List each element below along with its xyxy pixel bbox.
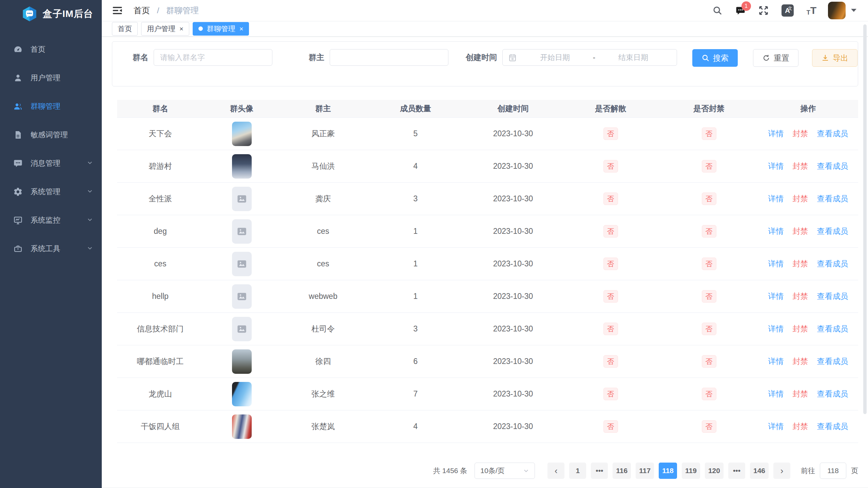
create-time-cell: 2023-10-30: [465, 422, 561, 431]
pager-page-119[interactable]: 119: [682, 463, 700, 479]
dissolved-badge: 否: [603, 160, 618, 172]
messages-icon[interactable]: 1: [735, 5, 746, 16]
view-members-link[interactable]: 查看成员: [817, 194, 848, 204]
group-avatar[interactable]: [232, 349, 252, 374]
group-avatar[interactable]: [232, 122, 252, 146]
users-icon: [13, 101, 23, 111]
column-header: 群名: [117, 103, 204, 114]
sidebar-item-message-management[interactable]: 消息管理: [0, 149, 102, 178]
detail-link[interactable]: 详情: [768, 128, 784, 139]
ban-link[interactable]: 封禁: [793, 291, 808, 302]
detail-link[interactable]: 详情: [768, 324, 784, 334]
close-icon[interactable]: ×: [179, 25, 184, 32]
pager-prev-button[interactable]: ‹: [547, 463, 564, 479]
banned-cell: 否: [660, 388, 758, 400]
caret-down-icon[interactable]: [851, 9, 856, 12]
goto-page-input[interactable]: [820, 463, 846, 479]
sidebar-item-system-management[interactable]: 系统管理: [0, 178, 102, 206]
group-name-input[interactable]: [154, 49, 272, 66]
column-header: 群主: [280, 103, 366, 114]
ban-link[interactable]: 封禁: [793, 128, 808, 139]
tab-home[interactable]: 首页: [112, 22, 138, 36]
breadcrumb-home[interactable]: 首页: [134, 6, 150, 15]
detail-link[interactable]: 详情: [768, 226, 784, 237]
sidebar-menu: 首页 用户管理 群聊管理 敏感词管理: [0, 35, 102, 263]
detail-link[interactable]: 详情: [768, 161, 784, 171]
group-avatar-cell: [204, 187, 280, 211]
ban-link[interactable]: 封禁: [793, 259, 808, 269]
group-name-cell: 信息技术部门: [117, 324, 204, 334]
ban-link[interactable]: 封禁: [793, 194, 808, 204]
view-members-link[interactable]: 查看成员: [817, 128, 848, 139]
group-avatar[interactable]: [232, 317, 252, 341]
dissolved-cell: 否: [561, 225, 660, 238]
view-members-link[interactable]: 查看成员: [817, 421, 848, 432]
tab-group-chat-management[interactable]: 群聊管理 ×: [193, 22, 249, 36]
group-avatar[interactable]: [232, 414, 252, 439]
detail-link[interactable]: 详情: [768, 259, 784, 269]
group-avatar[interactable]: [232, 187, 252, 211]
ban-link[interactable]: 封禁: [793, 421, 808, 432]
group-avatar[interactable]: [232, 219, 252, 244]
sidebar-item-group-chat-management[interactable]: 群聊管理: [0, 92, 102, 121]
sidebar-item-system-monitor[interactable]: 系统监控: [0, 206, 102, 235]
sidebar-item-user-management[interactable]: 用户管理: [0, 64, 102, 92]
group-owner-cell: 杜司令: [280, 324, 366, 334]
view-members-link[interactable]: 查看成员: [817, 356, 848, 367]
detail-link[interactable]: 详情: [768, 291, 784, 302]
date-range-picker[interactable]: 开始日期 - 结束日期: [502, 49, 677, 66]
group-avatar[interactable]: [232, 284, 252, 309]
view-members-link[interactable]: 查看成员: [817, 291, 848, 302]
search-icon[interactable]: [712, 5, 722, 16]
sidebar-toggle-icon[interactable]: [112, 5, 123, 16]
detail-link[interactable]: 详情: [768, 356, 784, 367]
image-placeholder-icon: [236, 226, 247, 237]
ban-link[interactable]: 封禁: [793, 324, 808, 334]
pager-page-117[interactable]: 117: [636, 463, 654, 479]
reset-button[interactable]: 重置: [753, 49, 798, 67]
view-members-link[interactable]: 查看成员: [817, 161, 848, 171]
fullscreen-icon[interactable]: [758, 5, 769, 16]
detail-link[interactable]: 详情: [768, 194, 784, 204]
group-owner-input[interactable]: [330, 49, 448, 66]
breadcrumb-current: 群聊管理: [166, 6, 199, 15]
pager-page-120[interactable]: 120: [705, 463, 724, 479]
ban-link[interactable]: 封禁: [793, 389, 808, 399]
ban-link[interactable]: 封禁: [793, 226, 808, 237]
group-avatar[interactable]: [232, 382, 252, 406]
pager-page-118[interactable]: 118: [659, 463, 677, 479]
scrollbar[interactable]: [863, 24, 867, 414]
main-area: 首页 / 群聊管理 1 A文: [102, 0, 868, 488]
detail-link[interactable]: 详情: [768, 421, 784, 432]
dissolved-cell: 否: [561, 323, 660, 335]
tab-user-management[interactable]: 用户管理 ×: [141, 22, 189, 36]
font-size-icon[interactable]: TT: [807, 5, 816, 16]
detail-link[interactable]: 详情: [768, 389, 784, 399]
page-size-select[interactable]: 10条/页: [475, 463, 535, 479]
view-members-link[interactable]: 查看成员: [817, 389, 848, 399]
view-members-link[interactable]: 查看成员: [817, 259, 848, 269]
breadcrumb-separator: /: [157, 6, 159, 15]
view-members-link[interactable]: 查看成员: [817, 226, 848, 237]
ban-link[interactable]: 封禁: [793, 161, 808, 171]
pager-page-116[interactable]: 116: [613, 463, 631, 479]
avatar[interactable]: [828, 2, 846, 19]
search-button[interactable]: 搜索: [692, 49, 738, 67]
ban-link[interactable]: 封禁: [793, 356, 808, 367]
sidebar-item-system-tools[interactable]: 系统工具: [0, 235, 102, 263]
pager-next-button[interactable]: ›: [773, 463, 790, 479]
export-button[interactable]: 导出: [812, 49, 857, 67]
pager-page-146[interactable]: 146: [750, 463, 769, 479]
group-avatar[interactable]: [232, 154, 252, 179]
table-row: ces ces 1 2023-10-30 否 否 详情 封禁 查看成员: [117, 248, 858, 280]
dissolved-badge: 否: [603, 225, 618, 238]
pager-page-1[interactable]: 1: [569, 463, 586, 479]
notification-badge: 1: [741, 1, 751, 11]
sidebar-item-sensitive-words[interactable]: 敏感词管理: [0, 121, 102, 149]
view-members-link[interactable]: 查看成员: [817, 324, 848, 334]
sidebar-item-home[interactable]: 首页: [0, 35, 102, 64]
dissolved-badge: 否: [603, 192, 618, 205]
group-avatar[interactable]: [232, 252, 252, 276]
close-icon[interactable]: ×: [239, 25, 244, 32]
translate-icon[interactable]: A文: [782, 4, 794, 17]
